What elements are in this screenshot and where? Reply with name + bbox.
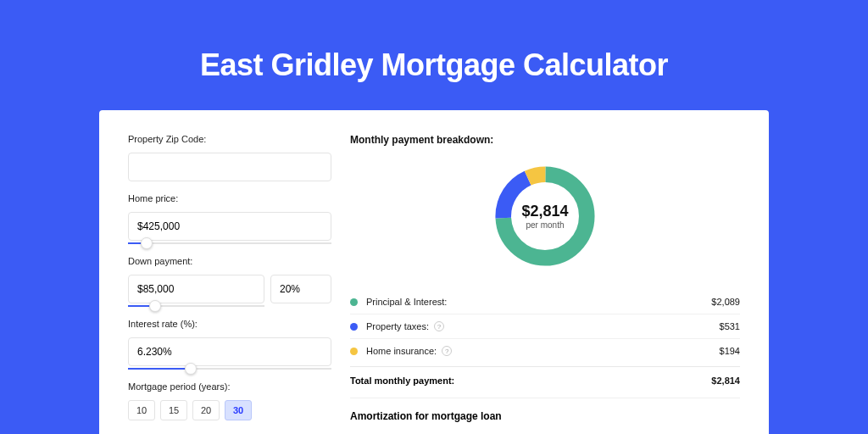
hero-banner: East Gridley Mortgage Calculator Propert…: [0, 0, 868, 434]
legend-value: $194: [720, 346, 740, 356]
price-slider[interactable]: [128, 242, 331, 244]
rate-slider-thumb[interactable]: [185, 363, 197, 375]
total-label: Total monthly payment:: [350, 376, 454, 386]
legend-value: $531: [720, 321, 740, 331]
donut-amount: $2,814: [521, 203, 568, 220]
price-input[interactable]: [128, 212, 331, 241]
calculator-card: Property Zip Code: Home price: Down paym…: [99, 110, 769, 434]
legend-label: Principal & Interest:: [366, 297, 447, 307]
rate-slider[interactable]: [128, 368, 331, 370]
breakdown-title: Monthly payment breakdown:: [350, 134, 740, 146]
legend-label: Home insurance:: [366, 346, 437, 356]
period-option-30[interactable]: 30: [225, 400, 252, 420]
down-label: Down payment:: [128, 256, 331, 266]
legend-list: Principal & Interest:$2,089Property taxe…: [350, 290, 740, 363]
legend-dot-icon: [350, 298, 358, 306]
period-option-15[interactable]: 15: [160, 400, 187, 420]
period-option-10[interactable]: 10: [128, 400, 155, 420]
legend-label: Property taxes:: [366, 321, 429, 331]
donut-sub: per month: [526, 220, 564, 230]
help-icon[interactable]: ?: [434, 321, 444, 331]
down-slider-thumb[interactable]: [149, 300, 161, 312]
price-label: Home price:: [128, 193, 331, 203]
amortization-section: Amortization for mortgage loan Amortizat…: [350, 398, 740, 434]
legend-value: $2,089: [711, 297, 740, 307]
help-icon[interactable]: ?: [442, 346, 452, 356]
period-label: Mortgage period (years):: [128, 381, 331, 392]
legend-dot-icon: [350, 323, 358, 331]
period-options: 10152030: [128, 400, 331, 420]
rate-input[interactable]: [128, 337, 331, 366]
payment-donut-chart: $2,814 per month: [490, 161, 600, 271]
legend-row: Home insurance:?$194: [350, 339, 740, 363]
legend-row: Property taxes:?$531: [350, 314, 740, 339]
legend-dot-icon: [350, 348, 358, 355]
amortization-title: Amortization for mortgage loan: [350, 410, 740, 422]
rate-label: Interest rate (%):: [128, 319, 331, 329]
down-pct-input[interactable]: [270, 275, 331, 303]
total-value: $2,814: [711, 376, 740, 386]
breakdown-column: Monthly payment breakdown: $2,814 per mo…: [350, 134, 740, 434]
zip-input[interactable]: [128, 153, 331, 181]
legend-row: Principal & Interest:$2,089: [350, 290, 740, 314]
price-slider-thumb[interactable]: [141, 237, 153, 249]
period-option-20[interactable]: 20: [192, 400, 220, 420]
total-row: Total monthly payment: $2,814: [350, 366, 740, 398]
down-amount-input[interactable]: [128, 275, 264, 303]
page-title: East Gridley Mortgage Calculator: [99, 47, 769, 83]
inputs-column: Property Zip Code: Home price: Down paym…: [128, 134, 331, 434]
down-slider[interactable]: [128, 305, 264, 307]
zip-label: Property Zip Code:: [128, 134, 331, 144]
